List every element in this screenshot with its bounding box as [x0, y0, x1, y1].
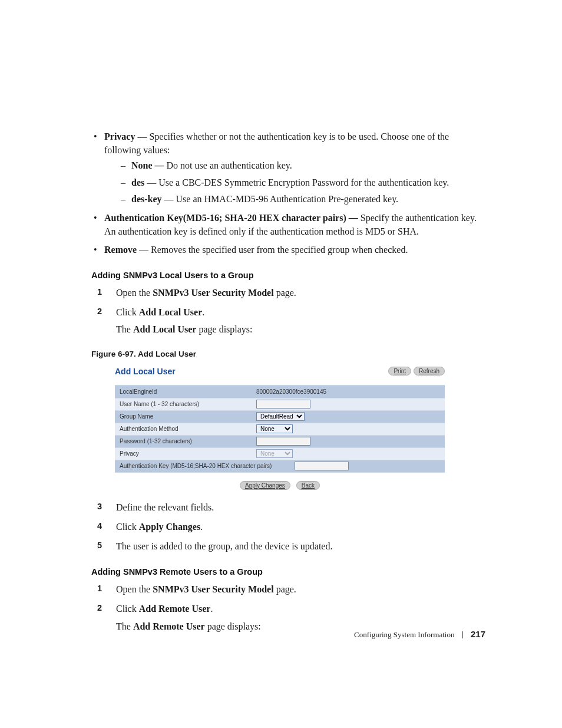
row-username: User Name (1 - 32 characters)	[115, 398, 445, 411]
sub-pre: The	[116, 324, 133, 334]
authkey-input[interactable]	[295, 462, 349, 470]
privacy-des: des — Use a CBC-DES Symmetric Encryption…	[118, 176, 485, 189]
sub-bold: Add Remote User	[133, 621, 205, 631]
label-auth: Authentication Method	[115, 426, 255, 432]
step-text: The user is added to the group, and the …	[116, 541, 332, 551]
figure-caption: Figure 6-97. Add Local User	[91, 350, 485, 358]
step-text: Open the	[116, 584, 153, 594]
privacy-deskey: des-key — Use an HMAC-MD5-96 Authenticat…	[118, 193, 485, 206]
privacy-label: Privacy	[104, 131, 135, 141]
step-post: .	[202, 307, 204, 317]
step-num: 4	[97, 520, 102, 532]
steps-after: 3 Define the relevant fields. 4 Click Ap…	[91, 500, 485, 554]
row-authkey: Authentication Key (MD5-16;SHA-20 HEX ch…	[115, 460, 445, 473]
privacy-none: None — Do not use an authentication key.	[118, 159, 485, 172]
step-num: 2	[97, 602, 102, 614]
screenshot-buttons: Print Refresh	[388, 367, 445, 375]
step-text: Define the relevant fields.	[116, 502, 214, 512]
step-text: Click	[116, 604, 139, 614]
back-button[interactable]: Back	[296, 481, 320, 490]
value-localengine: 800002a20300fce3900145	[255, 388, 326, 395]
step-bold: SNMPv3 User Security Model	[153, 288, 273, 298]
page-footer: Configuring System Information 217	[354, 629, 485, 640]
privacy-select[interactable]: None	[256, 449, 293, 458]
step-5: 5 The user is added to the group, and th…	[91, 539, 485, 553]
auth-select[interactable]: None	[256, 424, 293, 433]
step-remote-2: 2 Click Add Remote User. The Add Remote …	[91, 602, 485, 633]
step-post: .	[200, 522, 203, 532]
privacy-none-label: None —	[131, 160, 167, 170]
step-bold: Add Remote User	[139, 604, 211, 614]
step-num: 1	[97, 286, 102, 298]
sub-pre: The	[116, 621, 133, 631]
label-group: Group Name	[115, 413, 255, 420]
privacy-none-desc: Do not use an authentication key.	[167, 160, 292, 170]
step-post: .	[210, 604, 213, 614]
screenshot-header: Add Local User Print Refresh	[115, 367, 445, 376]
privacy-des-desc: — Use a CBC-DES Symmetric Encryption Pas…	[144, 177, 449, 187]
row-auth: Authentication Method None	[115, 423, 445, 436]
step-bold: SNMPv3 User Security Model	[153, 584, 273, 594]
screenshot-form: LocalEngineId 800002a20300fce3900145 Use…	[115, 386, 445, 473]
remove-desc: — Removes the specified user from the sp…	[137, 245, 408, 255]
username-input[interactable]	[256, 400, 310, 409]
page-number: 217	[471, 629, 485, 639]
apply-changes-button[interactable]: Apply Changes	[240, 481, 290, 490]
authkey-label: Authentication Key(MD5-16; SHA-20 HEX ch…	[104, 213, 361, 223]
step-num: 3	[97, 500, 102, 513]
label-authkey: Authentication Key (MD5-16;SHA-20 HEX ch…	[115, 463, 293, 469]
step-bold: Apply Changes	[139, 522, 200, 532]
bullet-privacy: Privacy — Specifies whether or not the a…	[91, 130, 485, 206]
step-4: 4 Click Apply Changes.	[91, 520, 485, 533]
bullet-authkey: Authentication Key(MD5-16; SHA-20 HEX ch…	[91, 211, 485, 238]
step-remote-1: 1 Open the SNMPv3 User Security Model pa…	[91, 582, 485, 596]
heading-local: Adding SNMPv3 Local Users to a Group	[91, 271, 485, 280]
password-input[interactable]	[256, 437, 310, 446]
sub-post: page displays:	[196, 324, 252, 334]
label-localengine: LocalEngineId	[115, 388, 255, 395]
privacy-sublist: None — Do not use an authentication key.…	[104, 159, 485, 206]
label-privacy: Privacy	[115, 450, 255, 457]
step-3: 3 Define the relevant fields.	[91, 500, 485, 514]
step-text: Click	[116, 307, 139, 317]
row-password: Password (1-32 characters)	[115, 436, 445, 448]
row-localengine: LocalEngineId 800002a20300fce3900145	[115, 386, 445, 398]
heading-remote: Adding SNMPv3 Remote Users to a Group	[91, 567, 485, 577]
remove-label: Remove	[104, 245, 137, 255]
step-post: page.	[274, 584, 296, 594]
footer-section: Configuring System Information	[354, 630, 454, 639]
steps-local: 1 Open the SNMPv3 User Security Model pa…	[91, 286, 485, 337]
row-privacy: Privacy None	[115, 448, 445, 460]
step-text: Open the	[116, 288, 153, 298]
screenshot-title: Add Local User	[115, 367, 176, 376]
step-local-1: 1 Open the SNMPv3 User Security Model pa…	[91, 286, 485, 299]
label-username: User Name (1 - 32 characters)	[115, 401, 255, 407]
step-bold: Add Local User	[139, 307, 203, 317]
bullet-remove: Remove — Removes the specified user from…	[91, 243, 485, 256]
privacy-desc: — Specifies whether or not the authentic…	[104, 131, 449, 155]
steps-remote: 1 Open the SNMPv3 User Security Model pa…	[91, 582, 485, 633]
label-password: Password (1-32 characters)	[115, 438, 255, 444]
screenshot-add-local-user: Add Local User Print Refresh LocalEngine…	[115, 367, 445, 490]
step-sub: The Add Local User page displays:	[116, 322, 485, 336]
step-num: 2	[97, 305, 102, 318]
sub-post: page displays:	[205, 621, 261, 631]
step-num: 5	[97, 539, 102, 552]
refresh-button[interactable]: Refresh	[414, 367, 445, 375]
step-pre: Click	[116, 522, 139, 532]
privacy-deskey-desc: — Use an HMAC-MD5-96 Authentication Pre-…	[162, 194, 399, 204]
screenshot-actions: Apply Changes Back	[115, 481, 445, 490]
page: Privacy — Specifies whether or not the a…	[0, 0, 562, 728]
sub-bold: Add Local User	[133, 324, 197, 334]
privacy-des-label: des	[131, 177, 144, 187]
print-button[interactable]: Print	[388, 367, 411, 375]
privacy-deskey-label: des-key	[131, 194, 162, 204]
step-num: 1	[97, 582, 102, 595]
top-bullet-list: Privacy — Specifies whether or not the a…	[91, 130, 485, 256]
row-group: Group Name DefaultRead	[115, 411, 445, 423]
step-local-2: 2 Click Add Local User. The Add Local Us…	[91, 305, 485, 336]
group-select[interactable]: DefaultRead	[256, 412, 305, 421]
step-post: page.	[274, 288, 296, 298]
footer-separator	[462, 631, 463, 638]
